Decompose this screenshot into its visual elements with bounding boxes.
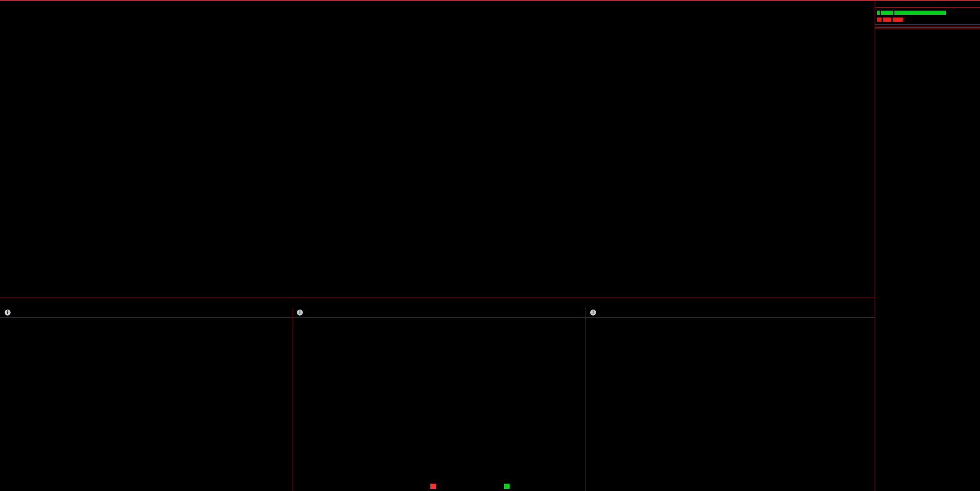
cmp-panel-header: i — [586, 308, 875, 318]
sell-strength-row — [877, 16, 978, 23]
quote-panel — [875, 0, 980, 177]
info-icon[interactable]: i — [590, 310, 596, 316]
quote-title-clipped — [875, 0, 980, 5]
dist-panel-header: i — [292, 308, 585, 318]
strength-gauges — [0, 318, 292, 491]
intraday-chart-area[interactable] — [18, 7, 854, 289]
indicator-tabs — [0, 298, 875, 308]
updown-compare-chart[interactable] — [586, 318, 875, 491]
yang-swatch — [430, 484, 436, 489]
strength-panel-header: i — [0, 308, 292, 318]
panel-updown-compare: i — [586, 308, 875, 491]
cmp-chart-wrap — [586, 318, 875, 491]
price-axis-left — [0, 7, 17, 289]
watermark — [975, 486, 977, 487]
updown-distribution-chart[interactable] — [292, 318, 585, 483]
panel-updown-statistics: i — [292, 308, 586, 491]
buy-sell-strength — [875, 8, 980, 25]
dist-chart-wrap — [292, 318, 585, 491]
stock-terminal: i i i — [0, 0, 980, 491]
intraday-chart[interactable] — [18, 7, 854, 289]
percent-axis-right — [854, 7, 875, 289]
advancers-decliners-row — [875, 29, 980, 32]
info-icon[interactable]: i — [5, 310, 11, 316]
quote-main-row — [875, 5, 980, 8]
daily-volume-chart[interactable] — [875, 436, 980, 491]
daily-kline-panel — [875, 184, 980, 491]
daily-kline-chart[interactable] — [875, 186, 980, 434]
buy-strength-row — [877, 9, 978, 16]
info-icon[interactable]: i — [297, 310, 303, 316]
macd-header — [20, 222, 835, 229]
panel-strength-analysis: i — [0, 308, 292, 491]
yin-swatch — [504, 484, 510, 489]
buy-strength-bar — [877, 11, 978, 15]
time-axis — [18, 289, 854, 297]
divider — [875, 0, 875, 491]
main-toolbar — [0, 1, 875, 8]
sell-strength-bar — [877, 18, 978, 22]
dist-footer — [292, 483, 585, 491]
daily-chart-title — [875, 32, 980, 35]
